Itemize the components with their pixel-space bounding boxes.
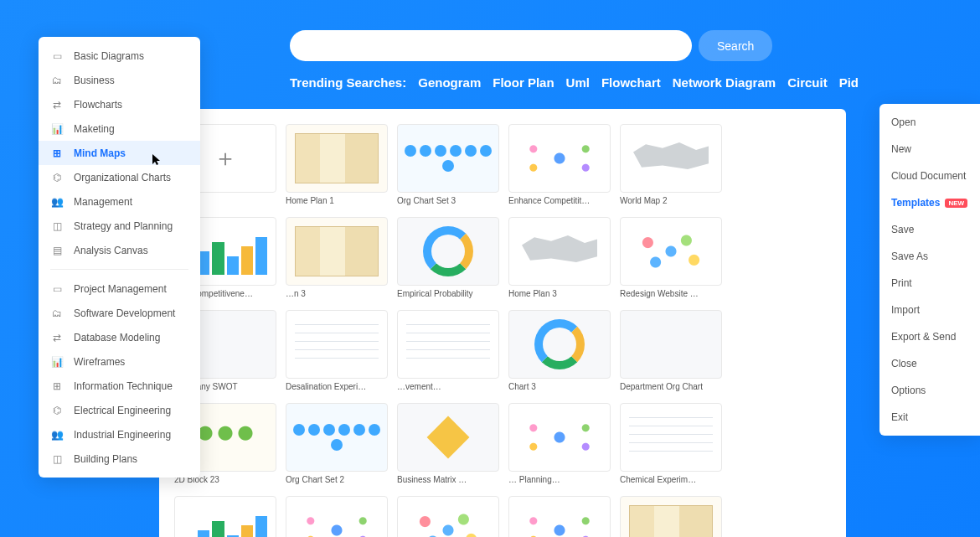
file-menu: OpenNewCloud DocumentTemplatesNEWSaveSav…	[879, 104, 980, 436]
template-card[interactable]: … Planning…	[508, 403, 611, 487]
sidebar-item[interactable]: 🗂Business	[39, 68, 200, 92]
menu-item-export-send[interactable]: Export & Send	[879, 323, 980, 350]
category-icon: 📊	[50, 355, 64, 369]
category-icon: 🗂	[50, 74, 64, 87]
template-card[interactable]: World Map 2	[620, 124, 722, 208]
template-label: Business Matrix …	[397, 475, 499, 484]
template-label: World Map 2	[620, 196, 722, 205]
template-thumbnail	[286, 310, 388, 379]
sidebar-item[interactable]: 📊Wireframes	[39, 349, 200, 374]
template-label: Home Plan 1	[286, 196, 388, 205]
category-icon: ⇄	[50, 331, 64, 344]
sidebar-item-label: Flowcharts	[74, 99, 122, 111]
template-card[interactable]: Business Matrix …	[397, 403, 499, 487]
menu-item-import[interactable]: Import	[879, 297, 980, 323]
template-label: …n 3	[286, 289, 388, 298]
category-icon: ◫	[50, 219, 64, 233]
sidebar-item[interactable]: ⇄Flowcharts	[39, 92, 200, 116]
menu-item-exit[interactable]: Exit	[879, 404, 980, 431]
menu-item-print[interactable]: Print	[879, 270, 980, 297]
template-card[interactable]: English Part Of Sp…	[286, 496, 388, 537]
template-card[interactable]: Redesign Website …	[620, 217, 722, 301]
menu-item-save[interactable]: Save	[879, 216, 980, 243]
sidebar-item-label: Building Plans	[74, 453, 137, 465]
template-thumbnail	[286, 496, 388, 537]
menu-item-label: Export & Send	[891, 331, 956, 343]
template-label: Chart 3	[508, 382, 611, 391]
template-label: …vement…	[397, 382, 499, 391]
template-label: Redesign Website …	[620, 289, 722, 298]
template-thumbnail	[397, 310, 499, 379]
menu-item-templates[interactable]: TemplatesNEW	[879, 189, 980, 216]
template-card[interactable]: Empirical Probability	[397, 217, 499, 301]
menu-item-label: Open	[891, 116, 916, 128]
sidebar-item[interactable]: 🗂Software Development	[39, 301, 200, 325]
template-label: … Planning…	[508, 475, 611, 484]
template-card[interactable]: Column Chart an…	[174, 496, 276, 537]
trending-searches: Trending Searches: Genogram Floor Plan U…	[290, 75, 859, 90]
template-card[interactable]: Org Chart Set 3	[397, 124, 499, 208]
sidebar-item[interactable]: ◫Building Plans	[39, 447, 200, 471]
template-thumbnail	[397, 496, 499, 537]
sidebar-item-label: Project Management	[74, 283, 167, 295]
menu-item-new[interactable]: New	[879, 136, 980, 163]
category-icon: ⊞	[50, 380, 64, 393]
template-card[interactable]: Flowchart Sample	[397, 496, 499, 537]
category-icon: ⊞	[50, 147, 64, 160]
sidebar-item-label: Electrical Engineering	[74, 405, 171, 416]
trending-label: Trending Searches:	[290, 75, 406, 90]
trending-tag[interactable]: Uml	[566, 75, 590, 90]
sidebar-item[interactable]: ⌬Electrical Engineering	[39, 398, 200, 422]
trending-tag[interactable]: Flowchart	[601, 75, 661, 90]
sidebar-item-label: Analysis Canvas	[74, 245, 148, 256]
template-card[interactable]: Home Plan 3	[508, 217, 611, 301]
trending-tag[interactable]: Floor Plan	[493, 75, 554, 90]
sidebar-item[interactable]: ⌬Organizational Charts	[39, 165, 200, 189]
template-card[interactable]: Chemical Experim…	[620, 403, 722, 487]
menu-item-save-as[interactable]: Save As	[879, 243, 980, 270]
template-thumbnail	[286, 217, 388, 286]
menu-item-cloud-document[interactable]: Cloud Document	[879, 163, 980, 189]
template-card[interactable]	[620, 496, 722, 537]
sidebar-item[interactable]: 👥Industrial Engineering	[39, 422, 200, 447]
template-card[interactable]: Desalination Experi…	[286, 310, 388, 394]
category-sidebar: ▭Basic Diagrams🗂Business⇄Flowcharts📊Make…	[39, 37, 200, 478]
category-icon: ▤	[50, 244, 64, 257]
sidebar-item[interactable]: ⊞Information Technique	[39, 374, 200, 398]
trending-tag[interactable]: Network Diagram	[673, 75, 776, 90]
sidebar-item[interactable]: 📊Maketing	[39, 116, 200, 141]
template-card[interactable]: Org Chart Set 2	[286, 403, 388, 487]
sidebar-item[interactable]: ▭Basic Diagrams	[39, 44, 200, 68]
divider	[50, 269, 188, 270]
template-thumbnail	[286, 124, 388, 193]
template-card[interactable]: Enhance Competitit…	[508, 124, 611, 208]
sidebar-item[interactable]: ⇄Database Modeling	[39, 325, 200, 349]
sidebar-item[interactable]: ▭Project Management	[39, 276, 200, 301]
template-label: Home Plan 3	[508, 289, 611, 298]
new-badge: NEW	[945, 199, 967, 208]
template-thumbnail	[508, 496, 611, 537]
menu-item-close[interactable]: Close	[879, 350, 980, 377]
search-button[interactable]: Search	[699, 30, 772, 61]
menu-item-label: Close	[891, 358, 917, 369]
menu-item-options[interactable]: Options	[879, 377, 980, 404]
trending-tag[interactable]: Genogram	[418, 75, 481, 90]
sidebar-item-label: Industrial Engineering	[74, 429, 171, 441]
menu-item-label: New	[891, 143, 911, 155]
sidebar-item[interactable]: ▤Analysis Canvas	[39, 238, 200, 262]
trending-tag[interactable]: Circuit	[787, 75, 828, 90]
template-card[interactable]: …n 3	[286, 217, 388, 301]
template-card[interactable]: …vement…	[397, 310, 499, 394]
template-card[interactable]: Chart 3	[508, 310, 611, 394]
sidebar-item[interactable]: 👥Management	[39, 189, 200, 214]
template-card[interactable]: Department Org Chart	[620, 310, 722, 394]
sidebar-item[interactable]: ◫Strategy and Planning	[39, 214, 200, 238]
search-input[interactable]	[290, 30, 692, 61]
sidebar-item[interactable]: ⊞Mind Maps	[39, 141, 200, 165]
menu-item-open[interactable]: Open	[879, 109, 980, 136]
template-card[interactable]: Life Plan	[508, 496, 611, 537]
template-card[interactable]: Home Plan 1	[286, 124, 388, 208]
trending-tag[interactable]: Pid	[839, 75, 859, 90]
template-gallery: ＋Home Plan 1Org Chart Set 3Enhance Compe…	[159, 109, 846, 537]
category-icon: ⇄	[50, 98, 64, 111]
